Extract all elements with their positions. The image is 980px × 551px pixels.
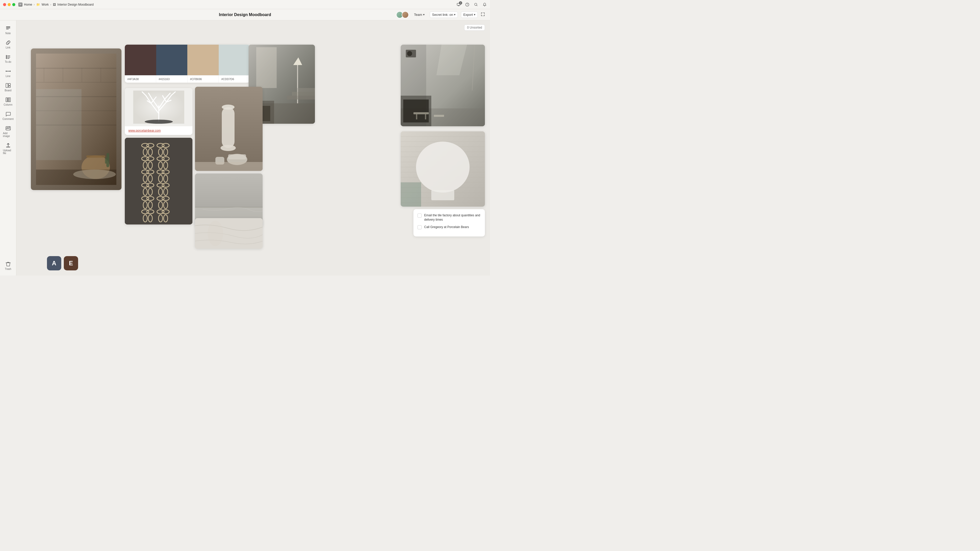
swatch-1 (125, 44, 156, 75)
breadcrumb-current: Interior Design Moodboard (57, 3, 94, 6)
sidebar-item-link[interactable]: Link (2, 38, 15, 51)
sidebar-item-line[interactable]: Line (2, 66, 15, 79)
svg-rect-159 (401, 183, 421, 206)
sidebar-item-column[interactable]: Column (2, 95, 15, 108)
link-card: www.porcelainbear.com (125, 88, 192, 135)
titlebar: M Home › 📁 Work › 🖼 Interior Design Mood… (0, 0, 490, 9)
breadcrumb-work[interactable]: Work (41, 3, 49, 6)
svg-rect-12 (7, 58, 10, 59)
svg-rect-157 (431, 190, 454, 200)
textile-photo (401, 131, 485, 206)
sidebar-label-board: Board (5, 89, 11, 92)
sidebar-item-comment[interactable]: Comment (2, 109, 15, 122)
titlebar-actions: 3 ? (456, 2, 487, 7)
sidebar-item-note[interactable]: Note (2, 24, 15, 37)
marble-photo (195, 218, 262, 249)
svg-rect-6 (6, 29, 9, 29)
expand-icon[interactable] (481, 12, 485, 17)
sidebar-item-board[interactable]: Board (2, 81, 15, 94)
column-icon (5, 97, 11, 103)
sidebar-item-trash[interactable]: Trash (2, 259, 15, 272)
svg-text:?: ? (467, 3, 468, 6)
help-icon[interactable]: ? (465, 2, 469, 7)
svg-rect-10 (7, 57, 10, 57)
screen-icon[interactable]: 3 (456, 2, 461, 7)
sidebar-label-line: Line (6, 75, 11, 78)
svg-rect-164 (195, 218, 262, 249)
svg-point-60 (145, 120, 173, 124)
stone-wall-photo (31, 48, 121, 190)
sidebar-item-todo[interactable]: To-do (2, 52, 15, 65)
secret-link-button[interactable]: Secret link: on ▾ (430, 11, 458, 18)
svg-rect-9 (6, 57, 7, 57)
chain-photo (125, 138, 192, 224)
svg-rect-17 (8, 83, 11, 86)
svg-rect-20 (8, 98, 9, 102)
svg-rect-161 (195, 173, 262, 206)
comment-icon (5, 111, 11, 117)
sidebar-label-note: Note (5, 32, 11, 35)
svg-rect-35 (81, 68, 82, 82)
svg-rect-33 (44, 68, 45, 82)
topbar: Interior Design Moodboard Team ▾ Secret … (0, 9, 490, 21)
todo-checkbox-2[interactable] (417, 225, 422, 229)
unsorted-badge[interactable]: 0 Unsorted (464, 24, 485, 30)
svg-rect-16 (6, 83, 8, 87)
sidebar-item-add-image[interactable]: Add image (2, 124, 15, 140)
vase-photo (195, 87, 262, 171)
avatar-2 (402, 11, 409, 18)
team-button[interactable]: Team ▾ (412, 12, 427, 17)
sidebar-label-trash: Trash (5, 268, 11, 270)
topbar-actions: Team ▾ Secret link: on ▾ Export ▾ (396, 11, 485, 18)
svg-rect-4 (6, 27, 10, 27)
sidebar-label-upload-file: Upload file (3, 149, 13, 155)
svg-point-165 (208, 221, 223, 246)
svg-point-14 (6, 71, 6, 72)
link-icon (5, 40, 11, 45)
app-icon: M (18, 3, 22, 6)
swatch-label-3: #CFB696 (188, 76, 219, 83)
search-icon[interactable] (474, 2, 478, 7)
svg-point-140 (407, 51, 412, 56)
svg-rect-36 (100, 68, 101, 82)
user-badge-e: E (64, 256, 78, 270)
main-layout: Note Link To-do (0, 21, 490, 275)
upload-icon (5, 143, 11, 148)
color-palette-card: #4F3A38 #415163 #CFB696 #CDD7D6 (125, 44, 250, 83)
sidebar: Note Link To-do (0, 21, 16, 275)
avatar-group (396, 11, 409, 18)
minimize-button[interactable] (8, 3, 11, 6)
svg-rect-156 (416, 141, 469, 192)
swatch-3 (187, 44, 219, 75)
swatch-4 (219, 44, 250, 75)
link-url[interactable]: www.porcelainbear.com (125, 126, 192, 135)
svg-rect-117 (297, 88, 315, 92)
todo-checkbox-1[interactable] (417, 213, 422, 218)
palette-swatches (125, 44, 250, 75)
maximize-button[interactable] (12, 3, 15, 6)
swatch-label-1: #4F3A38 (125, 76, 156, 83)
swatch-label-2: #415163 (156, 76, 188, 83)
palette-labels: #4F3A38 #415163 #CFB696 #CDD7D6 (125, 75, 250, 83)
breadcrumb-home[interactable]: Home (24, 3, 32, 6)
svg-rect-134 (414, 112, 429, 114)
traffic-lights (3, 3, 15, 6)
svg-rect-116 (292, 92, 315, 96)
sidebar-label-column: Column (3, 103, 12, 106)
close-button[interactable] (3, 3, 6, 6)
todo-icon (5, 54, 11, 60)
bell-icon[interactable] (482, 2, 487, 7)
sidebar-label-comment: Comment (3, 118, 14, 121)
svg-rect-18 (8, 86, 11, 87)
todo-text-1: Email the tile factory about quantities … (424, 213, 481, 222)
add-image-icon (5, 125, 11, 131)
svg-rect-19 (6, 98, 7, 102)
todo-item-2: Call Gregeory at Porcelain Bears (417, 225, 481, 229)
chevron-down-icon: ▾ (423, 13, 425, 16)
svg-rect-5 (6, 28, 10, 28)
svg-rect-125 (228, 154, 246, 159)
sidebar-item-upload-file[interactable]: Upload file (2, 141, 15, 157)
note-icon (5, 25, 11, 31)
export-button[interactable]: Export ▾ (461, 11, 478, 18)
chevron-down-icon: ▾ (474, 13, 476, 16)
